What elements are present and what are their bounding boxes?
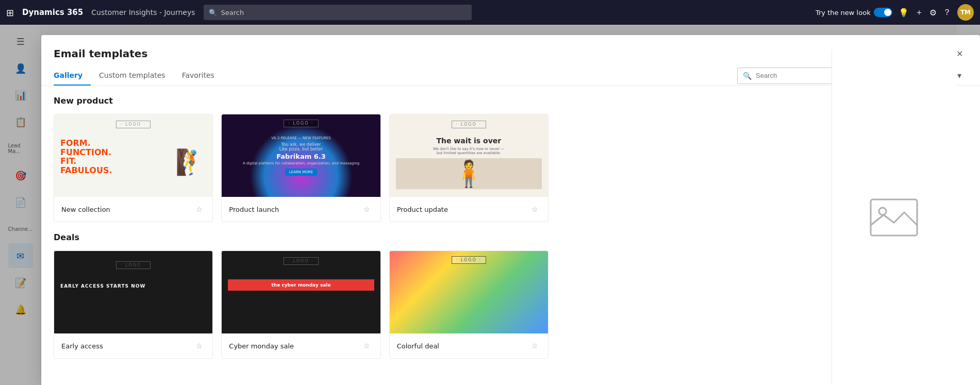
toggle-label: Try the new look	[816, 9, 871, 16]
section-title-new-product: New product	[54, 96, 968, 106]
template-card-early-access[interactable]: · LOGO · EARLY ACCESS STARTS NOW Early a…	[54, 250, 213, 359]
favorite-button-product-update[interactable]: ☆	[528, 203, 541, 215]
update-subtitle: We don't like to say it's now or never —…	[433, 147, 505, 155]
template-name-product-update: Product update	[397, 206, 448, 213]
template-footer-new-collection: New collection ☆	[54, 197, 212, 222]
template-card-product-update[interactable]: · LOGO · The wait is over We don't like …	[389, 114, 549, 222]
template-name-early-access: Early access	[61, 342, 103, 350]
modal-overlay: Email templates ✕ Gallery Custom templat…	[0, 25, 980, 385]
new-look-toggle[interactable]: Try the new look	[816, 8, 892, 17]
cyber-logo-bar: · LOGO ·	[228, 257, 374, 265]
template-footer-product-update: Product update ☆	[390, 197, 548, 222]
early-access-text: EARLY ACCESS STARTS NOW	[60, 283, 206, 289]
logo-bar: · LOGO ·	[60, 121, 206, 128]
image-placeholder-icon	[868, 197, 920, 238]
launch-desc: A digital platform for collaboration, or…	[243, 161, 359, 165]
template-card-cyber-monday[interactable]: · LOGO · the cyber monday sale Cyber mon…	[221, 250, 380, 359]
search-icon: 🔍	[743, 72, 752, 80]
help-icon[interactable]: ？	[943, 7, 951, 18]
tab-favorites[interactable]: Favorites	[174, 66, 223, 86]
template-name-colorful-deal: Colorful deal	[397, 342, 439, 350]
update-image: 🧍	[396, 158, 542, 189]
deals-grid: · LOGO · EARLY ACCESS STARTS NOW Early a…	[54, 250, 549, 359]
tab-gallery[interactable]: Gallery	[54, 66, 91, 86]
colorful-logo-bar: · LOGO ·	[390, 256, 548, 264]
template-preview-product-update: · LOGO · The wait is over We don't like …	[390, 114, 548, 197]
brand-name: Dynamics 365	[22, 8, 83, 17]
colorful-logo: · LOGO ·	[452, 256, 486, 264]
launch-title: Fabrikam 6.3	[276, 153, 326, 160]
template-preview-cyber-monday: · LOGO · the cyber monday sale	[222, 251, 380, 333]
template-footer-cyber-monday: Cyber monday sale ☆	[222, 333, 380, 358]
update-logo: · LOGO ·	[452, 121, 486, 128]
toggle-pill[interactable]	[874, 8, 892, 17]
cyber-banner: the cyber monday sale	[228, 279, 374, 291]
template-name-cyber-monday: Cyber monday sale	[229, 342, 294, 350]
svg-point-1	[879, 208, 886, 215]
favorite-button-new-collection[interactable]: ☆	[193, 203, 205, 215]
early-logo-bar: · LOGO ·	[60, 261, 206, 269]
lightbulb-icon[interactable]: 💡	[899, 8, 909, 18]
search-icon: 🔍	[209, 9, 217, 16]
global-search-bar[interactable]: 🔍 Search	[204, 5, 472, 20]
top-navigation: ⊞ Dynamics 365 Customer Insights - Journ…	[0, 0, 980, 25]
grid-icon[interactable]: ⊞	[6, 7, 14, 18]
favorite-button-early-access[interactable]: ☆	[193, 340, 205, 352]
launch-overlay-text: V6.3 RELEASE — NEW FEATURES You ask, we …	[222, 114, 380, 197]
launch-cta: LEARN MORE	[285, 169, 317, 176]
plus-icon[interactable]: ＋	[915, 7, 923, 18]
search-placeholder: Search	[221, 9, 244, 16]
logo-placeholder: · LOGO ·	[116, 121, 151, 128]
favorite-button-cyber-monday[interactable]: ☆	[361, 340, 373, 352]
cyber-logo: · LOGO ·	[284, 257, 318, 265]
settings-icon[interactable]: ⚙	[929, 8, 937, 18]
model-icon: 🧍	[453, 159, 485, 189]
template-name-product-launch: Product launch	[229, 206, 279, 213]
nav-right-actions: Try the new look 💡 ＋ ⚙ ？ TM	[816, 4, 974, 21]
fitness-text: Form.Function.Fit.Fabulous.	[60, 139, 112, 175]
favorite-button-product-launch[interactable]: ☆	[361, 203, 373, 215]
template-name-new-collection: New collection	[61, 206, 110, 213]
template-footer-product-launch: Product launch ☆	[222, 197, 380, 222]
app-name: Customer Insights - Journeys	[91, 8, 195, 16]
template-preview-colorful: · LOGO ·	[390, 251, 548, 333]
tab-custom-templates[interactable]: Custom templates	[91, 66, 174, 86]
launch-subtitle: V6.3 RELEASE — NEW FEATURES	[271, 136, 331, 140]
template-footer-early-access: Early access ☆	[54, 333, 212, 358]
template-preview-product-launch: · LOGO · V6.3 RELEASE — NEW FEATURES You…	[222, 114, 380, 197]
update-title: The wait is over	[436, 137, 501, 145]
favorite-button-colorful-deal[interactable]: ☆	[528, 340, 541, 352]
template-card-new-collection[interactable]: · LOGO · Form.Function.Fit.Fabulous. 🧗 N…	[54, 114, 213, 222]
template-card-product-launch[interactable]: · LOGO · V6.3 RELEASE — NEW FEATURES You…	[221, 114, 380, 222]
template-preview-new-collection: · LOGO · Form.Function.Fit.Fabulous. 🧗	[54, 114, 212, 197]
preview-placeholder	[868, 197, 920, 238]
template-preview-panel	[832, 49, 955, 385]
template-preview-early-access: · LOGO · EARLY ACCESS STARTS NOW	[54, 251, 212, 333]
early-logo: · LOGO ·	[116, 261, 151, 269]
avatar[interactable]: TM	[957, 4, 974, 21]
new-product-grid: · LOGO · Form.Function.Fit.Fabulous. 🧗 N…	[54, 114, 549, 222]
template-footer-colorful-deal: Colorful deal ☆	[390, 333, 548, 358]
template-card-colorful-deal[interactable]: · LOGO · Colorful deal ☆	[389, 250, 549, 359]
modal-title: Email templates	[54, 47, 147, 60]
update-logo-bar: · LOGO ·	[396, 121, 542, 128]
section-title-deals: Deals	[54, 232, 968, 242]
fitness-person-icon: 🧗	[175, 147, 206, 177]
launch-you-ask: You ask, we deliverLike pizza, but bette…	[279, 142, 323, 152]
